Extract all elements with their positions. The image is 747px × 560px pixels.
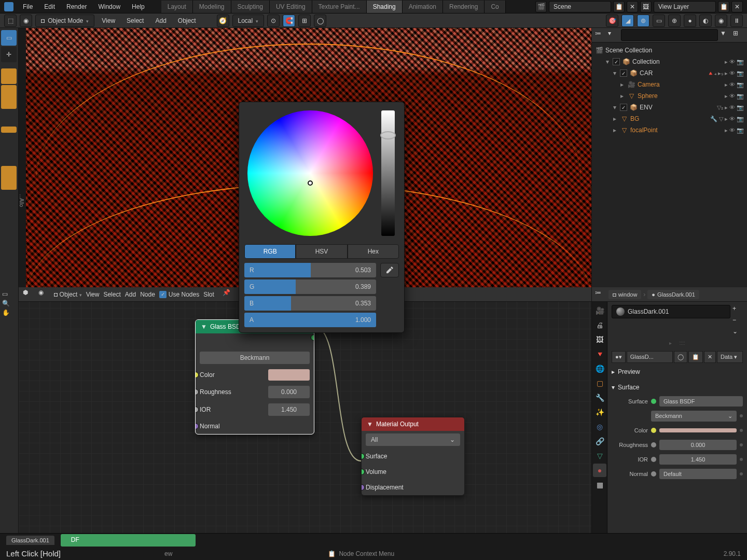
node-menu-select[interactable]: Select	[103, 291, 120, 298]
layer-new-icon[interactable]: 📋	[718, 1, 729, 12]
vp-menu-object[interactable]: Object	[174, 15, 200, 26]
outliner-search[interactable]	[621, 29, 718, 41]
props-tab-texture-icon[interactable]: ▦	[593, 478, 606, 492]
workspace-tab-layout[interactable]: Layout	[161, 1, 193, 13]
props-surface-shader[interactable]: Surface Glass BSDF	[612, 395, 743, 408]
shading-material-icon[interactable]: ◐	[699, 15, 712, 27]
props-tab-scene-icon[interactable]: 🔻	[593, 347, 606, 361]
color-tab-rgb[interactable]: RGB	[244, 244, 296, 259]
props-tab-object-icon[interactable]: ▢	[593, 376, 606, 390]
use-nodes-checkbox[interactable]: ✓Use Nodes	[159, 291, 199, 298]
vp-menu-select[interactable]: Select	[122, 15, 148, 26]
overlay-toggle-icon[interactable]: ◢	[621, 15, 634, 27]
props-tab-physics-icon[interactable]: ◎	[593, 420, 606, 433]
menu-window[interactable]: Window	[93, 1, 126, 12]
workspace-tab-animation[interactable]: Animation	[403, 1, 443, 13]
material-unlink[interactable]: ✕	[704, 351, 716, 363]
menu-render[interactable]: Render	[61, 1, 92, 12]
status-green-node[interactable]: DF	[61, 534, 196, 547]
node-glass-ior[interactable]: IOR 1.450	[196, 401, 314, 418]
color-slider-a[interactable]: A1.000	[244, 313, 376, 327]
outliner-item[interactable]: ▾✓📦Collection▸ 👁 📷	[593, 56, 746, 67]
node-slot[interactable]: Slot	[203, 291, 214, 298]
node-tool-pan-icon[interactable]: ✋	[2, 309, 16, 316]
node-glass-roughness[interactable]: Roughness 0.000	[196, 383, 314, 401]
props-tab-material-icon[interactable]: ●	[593, 464, 606, 477]
props-tab-mesh-icon[interactable]: ▽	[593, 449, 606, 463]
workspace-tab-texture[interactable]: Texture Paint...	[312, 1, 367, 13]
menu-help[interactable]: Help	[127, 1, 150, 12]
material-copy[interactable]: 📋	[688, 351, 703, 363]
outliner-item[interactable]: ▾✓📦CAR🔺₄ ▸₉ ▸ 👁 📷	[593, 67, 746, 79]
pause-icon[interactable]: ⏸	[730, 15, 743, 27]
props-distribution[interactable]: Beckmann⌄	[612, 410, 743, 422]
workspace-tab-rendering[interactable]: Rendering	[443, 1, 485, 13]
node-tool-select-icon[interactable]: ▭	[2, 290, 16, 298]
props-tab-view-icon[interactable]: 🖼	[593, 333, 606, 346]
color-slider-g[interactable]: G0.389	[244, 279, 376, 294]
node-menu-add[interactable]: Add	[125, 291, 136, 298]
color-wheel-cursor[interactable]	[308, 180, 313, 186]
node-tool-zoom-icon[interactable]: 🔍	[2, 300, 16, 307]
overlay-menu-icon[interactable]: ⊚	[637, 15, 649, 27]
props-roughness[interactable]: Roughness 0.000	[612, 439, 743, 451]
outliner-item[interactable]: ▸🎥Camera▸ 👁 📷	[593, 79, 746, 90]
mode-dropdown[interactable]: ◘Object Mode	[35, 15, 94, 27]
outliner-root[interactable]: 🎬Scene Collection	[593, 45, 746, 56]
outliner-item[interactable]: ▸▽BG🔧 ▽ ▸ 👁 📷	[593, 113, 746, 124]
props-ior[interactable]: IOR 1.450	[612, 453, 743, 466]
xray-icon[interactable]: ▭	[653, 15, 665, 27]
material-users[interactable]: ◯	[674, 351, 687, 363]
node-glass-bsdf[interactable]: ▼Glass BSDF Beckmann Color Roughness 0.0…	[195, 319, 314, 435]
outliner-item[interactable]: ▸▽focalPoint▸ 👁 📷	[593, 124, 746, 136]
outliner-filter-icon[interactable]: ▼	[720, 30, 731, 41]
shading-solid-icon[interactable]: ●	[684, 15, 696, 27]
view-layer-field[interactable]: View Layer	[654, 1, 716, 12]
scene-delete-icon[interactable]: ✕	[627, 1, 638, 12]
material-browse[interactable]: ●▾	[612, 351, 626, 363]
node-shader-type-icon[interactable]: ◉	[38, 289, 50, 300]
color-wheel[interactable]	[247, 110, 373, 236]
material-link-dropdown[interactable]: Data ▾	[717, 351, 743, 363]
layer-delete-icon[interactable]: ✕	[731, 1, 743, 12]
workspace-tab-co[interactable]: Co	[485, 1, 505, 13]
outliner-new-icon[interactable]: ⊞	[733, 30, 744, 41]
node-material-output[interactable]: ▼Material Output All⌄ Surface Volume Dis…	[361, 417, 465, 496]
node-output-header[interactable]: ▼Material Output	[362, 417, 464, 431]
node-menu-node[interactable]: Node	[140, 291, 155, 298]
tool-transform-icon[interactable]	[1, 166, 17, 190]
toolbar-collapse[interactable]: ...Allo	[19, 28, 26, 287]
scene-browse-icon[interactable]: 🎬	[535, 1, 547, 12]
props-crumb-object[interactable]: ◘ window	[608, 290, 641, 299]
gizmo-icon[interactable]: 🎯	[606, 15, 618, 27]
props-tab-particle-icon[interactable]: ✨	[593, 405, 606, 419]
props-crumb-material[interactable]: ● GlassDark.001	[647, 290, 699, 299]
color-slider-b[interactable]: B0.353	[244, 296, 376, 311]
node-pin-icon[interactable]: 📌	[223, 289, 234, 300]
material-slot[interactable]: GlassDark.001	[612, 305, 730, 318]
value-slider[interactable]	[381, 110, 395, 236]
status-material-tab[interactable]: GlassDark.001	[6, 536, 54, 545]
pivot-icon[interactable]: ⊙	[267, 15, 280, 27]
tool-rotate-icon[interactable]	[1, 85, 17, 109]
workspace-tab-shading[interactable]: Shading	[367, 1, 403, 13]
node-glass-normal[interactable]: Normal	[196, 418, 314, 434]
outliner-type-icon[interactable]: ≔	[595, 30, 606, 41]
mode-icon[interactable]: ◉	[20, 15, 32, 27]
props-color[interactable]: Color	[612, 424, 743, 437]
color-tab-hex[interactable]: Hex	[348, 244, 399, 259]
material-remove-icon[interactable]: −	[732, 316, 743, 327]
shading-rendered-icon[interactable]: ◉	[715, 15, 727, 27]
tool-select-icon[interactable]: ▭	[1, 30, 17, 46]
layer-browse-icon[interactable]: 🖼	[640, 1, 652, 12]
editor-type-icon[interactable]: ⬚	[4, 15, 17, 27]
node-menu-view[interactable]: View	[86, 291, 100, 298]
material-menu-icon[interactable]: ⌄	[732, 328, 743, 338]
color-tab-hsv[interactable]: HSV	[296, 244, 347, 259]
menu-edit[interactable]: Edit	[39, 1, 60, 12]
menu-file[interactable]: File	[18, 1, 38, 12]
eyedropper-button[interactable]	[380, 263, 399, 277]
proportional-icon[interactable]: ◯	[314, 15, 326, 27]
value-slider-handle[interactable]	[380, 131, 396, 139]
outliner-item[interactable]: ▾✓📦ENV▽₂ ▸ 👁 📷	[593, 102, 746, 113]
